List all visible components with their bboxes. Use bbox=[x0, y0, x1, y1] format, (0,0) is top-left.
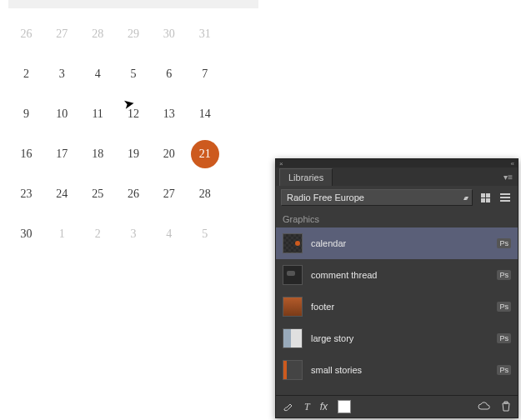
trash-icon[interactable] bbox=[501, 400, 511, 414]
calendar-day-cell[interactable]: 1 bbox=[44, 220, 80, 248]
panel-footer: T fx bbox=[276, 395, 518, 418]
library-select-dropdown[interactable]: Radio Free Europe ▴▾ bbox=[281, 189, 473, 206]
brush-icon[interactable] bbox=[283, 400, 294, 414]
calendar-day-cell[interactable]: 4 bbox=[151, 220, 187, 248]
calendar-day-cell bbox=[223, 20, 258, 48]
calendar-header-bar bbox=[8, 0, 258, 8]
calendar-day-cell[interactable]: 23 bbox=[8, 180, 44, 208]
foreground-swatch[interactable] bbox=[338, 400, 351, 413]
tab-label: Libraries bbox=[288, 172, 323, 182]
calendar-day-cell[interactable]: 17 bbox=[44, 140, 80, 168]
calendar-day-cell[interactable]: 21 bbox=[187, 140, 223, 168]
calendar-day-cell bbox=[223, 140, 258, 168]
calendar-day-cell[interactable]: 13 bbox=[151, 100, 187, 128]
grid-icon bbox=[481, 193, 490, 202]
calendar-day-cell[interactable]: 9 bbox=[8, 100, 44, 128]
calendar-day-cell[interactable]: 5 bbox=[187, 220, 223, 248]
asset-thumbnail bbox=[283, 233, 303, 253]
calendar-day-cell[interactable]: 27 bbox=[151, 180, 187, 208]
asset-name-label: small stories bbox=[311, 365, 488, 375]
calendar-grid: 2627282930312345679101112131416171819202… bbox=[8, 8, 258, 260]
calendar-day-cell bbox=[223, 100, 258, 128]
asset-thumbnail bbox=[283, 328, 303, 348]
fx-icon[interactable]: fx bbox=[320, 401, 328, 412]
asset-filetype-badge: Ps bbox=[497, 302, 511, 312]
panel-flyout-menu-icon[interactable]: ▾≡ bbox=[503, 172, 518, 182]
asset-row[interactable]: small storiesPs bbox=[276, 354, 518, 386]
calendar-day-cell[interactable]: 26 bbox=[8, 20, 44, 48]
asset-thumbnail bbox=[283, 265, 303, 285]
section-label: Graphics bbox=[283, 214, 319, 224]
updown-icon: ▴▾ bbox=[463, 194, 467, 202]
calendar-day-cell[interactable]: 28 bbox=[187, 180, 223, 208]
calendar-day-cell[interactable]: 25 bbox=[80, 180, 116, 208]
calendar-day-cell bbox=[223, 180, 258, 208]
calendar-widget: 2627282930312345679101112131416171819202… bbox=[8, 0, 258, 260]
asset-row[interactable]: comment threadPs bbox=[276, 259, 518, 291]
calendar-day-cell[interactable]: 3 bbox=[44, 60, 80, 88]
calendar-day-cell[interactable]: 11 bbox=[80, 100, 116, 128]
calendar-day-cell bbox=[223, 220, 258, 248]
asset-name-label: comment thread bbox=[311, 270, 488, 280]
libraries-panel: × « Libraries ▾≡ Radio Free Europe ▴▾ Gr… bbox=[275, 158, 518, 418]
asset-row[interactable]: footerPs bbox=[276, 291, 518, 322]
calendar-day-cell[interactable]: 10 bbox=[44, 100, 80, 128]
calendar-day-cell bbox=[223, 60, 258, 88]
asset-name-label: calendar bbox=[311, 238, 488, 248]
calendar-day-cell[interactable]: 16 bbox=[8, 140, 44, 168]
asset-thumbnail bbox=[283, 360, 303, 380]
dropdown-value: Radio Free Europe bbox=[287, 192, 364, 202]
calendar-day-cell[interactable]: 3 bbox=[116, 220, 152, 248]
calendar-day-cell[interactable]: 12 bbox=[116, 100, 152, 128]
calendar-day-cell[interactable]: 18 bbox=[80, 140, 116, 168]
calendar-day-cell[interactable]: 28 bbox=[80, 20, 116, 48]
asset-filetype-badge: Ps bbox=[497, 238, 511, 248]
cloud-icon[interactable] bbox=[478, 401, 491, 413]
asset-name-label: large story bbox=[311, 333, 488, 343]
calendar-day-cell[interactable]: 19 bbox=[116, 140, 152, 168]
calendar-day-cell[interactable]: 30 bbox=[151, 20, 187, 48]
calendar-day-cell[interactable]: 6 bbox=[151, 60, 187, 88]
list-view-button[interactable] bbox=[498, 190, 513, 205]
calendar-day-cell[interactable]: 24 bbox=[44, 180, 80, 208]
asset-row[interactable]: calendarPs bbox=[276, 228, 518, 259]
asset-filetype-badge: Ps bbox=[497, 333, 511, 343]
calendar-day-cell[interactable]: 31 bbox=[187, 20, 223, 48]
asset-list: calendarPscomment threadPsfooterPslarge … bbox=[276, 228, 518, 395]
section-header-graphics: Graphics bbox=[276, 209, 518, 228]
asset-row[interactable]: large storyPs bbox=[276, 322, 518, 354]
panel-toolbar: Radio Free Europe ▴▾ bbox=[276, 186, 518, 209]
panel-tabstrip: Libraries ▾≡ bbox=[276, 168, 518, 186]
collapse-icon[interactable]: « bbox=[511, 160, 514, 168]
calendar-day-cell[interactable]: 26 bbox=[116, 180, 152, 208]
calendar-day-cell[interactable]: 30 bbox=[8, 220, 44, 248]
calendar-day-cell[interactable]: 2 bbox=[8, 60, 44, 88]
tab-libraries[interactable]: Libraries bbox=[279, 168, 333, 186]
grid-view-button[interactable] bbox=[478, 190, 493, 205]
panel-top-bar: × « bbox=[276, 159, 518, 168]
close-icon[interactable]: × bbox=[279, 160, 283, 168]
calendar-day-cell[interactable]: 5 bbox=[116, 60, 152, 88]
list-icon bbox=[500, 193, 510, 202]
text-style-icon[interactable]: T bbox=[304, 401, 310, 413]
asset-filetype-badge: Ps bbox=[497, 270, 511, 280]
calendar-day-cell[interactable]: 7 bbox=[187, 60, 223, 88]
asset-name-label: footer bbox=[311, 302, 488, 312]
calendar-day-cell[interactable]: 14 bbox=[187, 100, 223, 128]
selected-day-marker: 21 bbox=[191, 140, 219, 168]
asset-filetype-badge: Ps bbox=[497, 365, 511, 375]
calendar-day-cell[interactable]: 20 bbox=[151, 140, 187, 168]
calendar-day-cell[interactable]: 29 bbox=[116, 20, 152, 48]
calendar-day-cell[interactable]: 4 bbox=[80, 60, 116, 88]
calendar-day-cell[interactable]: 27 bbox=[44, 20, 80, 48]
asset-thumbnail bbox=[283, 297, 303, 317]
calendar-day-cell[interactable]: 2 bbox=[80, 220, 116, 248]
